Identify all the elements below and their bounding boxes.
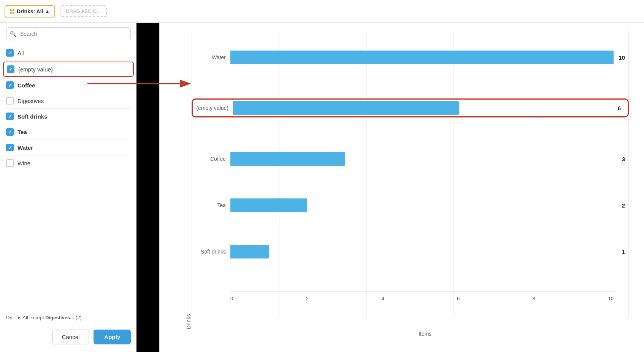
abc-grid-icon [10, 9, 14, 14]
checkbox-coffee[interactable] [6, 81, 14, 89]
grid-lines [192, 30, 629, 318]
bar-fill-tea [230, 198, 307, 212]
checkbox-item-all[interactable]: All [6, 45, 131, 61]
bar-track-tea: 2 [230, 198, 614, 212]
bar-track-soft-drinks: 1 [230, 245, 614, 258]
checkbox-label-soft-drinks: Soft drinks [17, 113, 47, 120]
grid-line-5 [628, 30, 629, 318]
grid-line-3 [454, 30, 454, 318]
checkbox-digestives[interactable] [6, 97, 14, 105]
bar-track-water: 10 [230, 51, 614, 64]
bar-track-empty: 6 [233, 101, 609, 115]
chart-container: Drinks Water [182, 30, 629, 337]
filter-panel: 🔍 All (empty value) Coffee [0, 23, 137, 352]
filter-pill-label: Drinks: All ▲ [17, 8, 50, 14]
checkbox-label-wine: Wine [17, 160, 30, 166]
bar-row-empty: (empty value) 6 [194, 101, 625, 115]
grid-line-4 [541, 30, 541, 318]
checkbox-all[interactable] [6, 49, 14, 57]
checkbox-item-wine[interactable]: Wine [6, 155, 131, 171]
summary-text: Dri... is All except Digestives... (2) [6, 315, 82, 320]
drag-pill: DRAG ABC O... [60, 5, 107, 17]
bar-track-coffee: 3 [230, 152, 614, 166]
checkbox-item-empty[interactable]: (empty value) [3, 62, 134, 77]
checkbox-label-digestives: Digestives [17, 98, 44, 104]
bar-fill-coffee [230, 152, 345, 166]
filter-summary: Dri... is All except Digestives... (2) [0, 310, 137, 325]
checkbox-empty[interactable] [7, 65, 14, 73]
checkbox-label-water: Water [17, 144, 33, 151]
apply-button[interactable]: Apply [94, 330, 131, 344]
checkbox-item-coffee[interactable]: Coffee [6, 78, 131, 93]
black-strip [136, 23, 159, 352]
search-icon: 🔍 [10, 31, 16, 37]
checkbox-item-digestives[interactable]: Digestives [6, 93, 131, 109]
bar-row-empty-highlighted: (empty value) 6 [192, 98, 629, 117]
left-panel: 🔍 All (empty value) Coffee [0, 23, 160, 352]
checkbox-label-all: All [17, 50, 24, 56]
x-tick-0: 0 [230, 296, 233, 301]
checkbox-soft-drinks[interactable] [6, 113, 14, 120]
bar-fill-water [230, 51, 614, 64]
bar-label-tea: Tea [192, 202, 226, 208]
grid-line-1 [279, 30, 279, 318]
drinks-filter-pill[interactable]: Drinks: All ▲ [5, 5, 55, 17]
top-bar: Drinks: All ▲ DRAG ABC O... [0, 0, 644, 23]
x-tick-8: 8 [533, 296, 535, 301]
x-tick-6: 6 [457, 296, 460, 301]
checkbox-wine[interactable] [6, 159, 14, 167]
action-buttons: Cancel Apply [0, 325, 137, 352]
grid-line-0 [192, 30, 192, 318]
bar-row-tea: Tea 2 [192, 198, 629, 212]
checkbox-water[interactable] [6, 144, 14, 151]
x-axis-ticks: 0 2 4 6 8 10 [230, 292, 614, 301]
bar-row-coffee: Coffee 3 [192, 152, 629, 166]
chart-area: Drinks Water [182, 23, 644, 352]
checkbox-item-soft-drinks[interactable]: Soft drinks [6, 109, 131, 124]
bar-label-soft-drinks: Soft drinks [192, 249, 226, 255]
bar-value-water: 10 [619, 54, 625, 61]
bar-value-empty: 6 [618, 105, 621, 111]
search-box: 🔍 [6, 27, 131, 40]
checkbox-list: All (empty value) Coffee Digestives [0, 45, 137, 310]
cancel-button[interactable]: Cancel [52, 330, 89, 344]
bar-value-soft-drinks: 1 [622, 249, 625, 255]
checkbox-tea[interactable] [6, 128, 14, 136]
checkbox-item-tea[interactable]: Tea [6, 124, 131, 140]
search-input[interactable] [6, 27, 131, 40]
bars-area: Water 10 (empty value) 6 [192, 30, 629, 329]
main-content: 🔍 All (empty value) Coffee [0, 23, 644, 352]
checkbox-label-coffee: Coffee [17, 82, 35, 89]
bar-fill-soft-drinks [230, 245, 269, 258]
bar-label-empty: (empty value) [194, 105, 228, 111]
x-tick-10: 10 [608, 296, 614, 301]
bar-row-water: Water 10 [192, 51, 629, 64]
bar-row-soft-drinks: Soft drinks 1 [192, 245, 629, 258]
drag-pill-label: DRAG ABC O... [66, 8, 101, 14]
bar-fill-empty [233, 101, 459, 115]
chart-inner: Drinks Water [182, 30, 629, 329]
bar-value-coffee: 3 [622, 155, 625, 162]
checkbox-label-empty: (empty value) [18, 66, 53, 73]
checkbox-label-tea: Tea [17, 129, 27, 135]
checkbox-item-water[interactable]: Water [6, 140, 131, 155]
grid-line-2 [366, 30, 367, 318]
bar-label-water: Water [192, 54, 226, 60]
bar-value-tea: 2 [622, 202, 625, 209]
x-tick-2: 2 [306, 296, 309, 301]
x-tick-4: 4 [381, 296, 384, 301]
y-axis-label: Drinks [182, 30, 192, 329]
x-axis-label: Items [221, 329, 629, 337]
bar-label-coffee: Coffee [192, 156, 226, 162]
